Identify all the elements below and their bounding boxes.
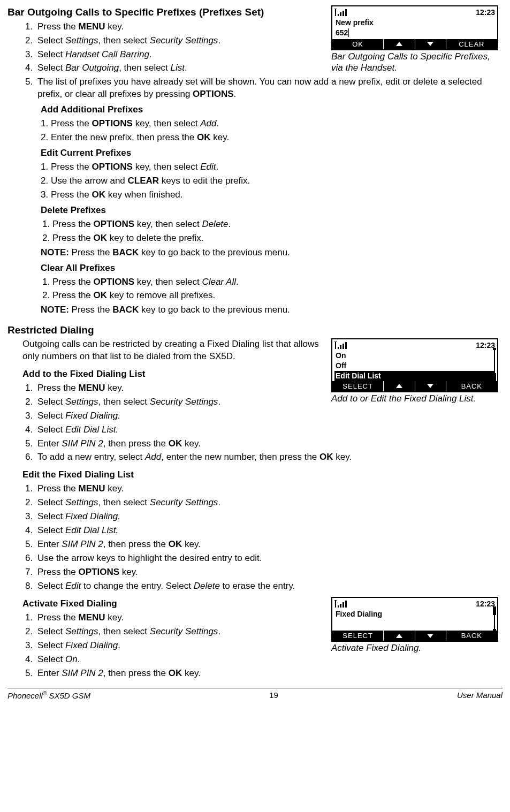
clear-prefixes-title: Clear All Prefixes (41, 262, 503, 275)
softkey-down[interactable] (415, 39, 446, 50)
clear-prefixes-1: Press the OPTIONS key, then select Clear… (52, 276, 503, 289)
signal-icon (334, 342, 349, 349)
edit-fixed-title: Edit the Fixed Dialing List (22, 469, 503, 481)
edit-prefixes-3: 3. Press the OK key when finished. (41, 189, 503, 201)
clock-text: 12:23 (476, 7, 495, 18)
screen1-line1: New prefix (334, 18, 495, 28)
delete-prefixes-1: Press the OPTIONS key, then select Delet… (52, 218, 503, 231)
softkey-back[interactable]: BACK (446, 381, 497, 392)
edit-fixed-5: Enter SIM PIN 2, then press the OK key. (35, 538, 503, 551)
softkey-clear[interactable]: CLEAR (446, 39, 497, 50)
clock-text: 12:23 (476, 340, 495, 351)
clear-prefixes-2: Press the OK key to remove all prefixes. (52, 290, 503, 302)
add-fixed-3: Select Fixed Dialing. (35, 410, 503, 422)
activate-fixed-4: Select On. (35, 654, 503, 666)
figure-2-block: 12:23 On Off Edit Dial List SELECT BACK … (331, 338, 503, 405)
edit-fixed-2: Select Settings, then select Security Se… (35, 497, 503, 509)
figure-1-block: 12:23 New prefix 652 OK CLEAR Bar Outgoi… (331, 5, 503, 73)
edit-prefixes-2: 2. Use the arrow and CLEAR keys to edit … (41, 175, 503, 187)
svg-rect-15 (345, 601, 347, 608)
softkey-select[interactable]: SELECT (332, 631, 384, 641)
add-fixed-4: Select Edit Dial List. (35, 424, 503, 436)
svg-rect-12 (338, 605, 339, 608)
add-prefixes-title: Add Additional Prefixes (41, 104, 503, 116)
screen1-line2: 652 (334, 28, 495, 38)
delete-prefixes-title: Delete Prefixes (41, 204, 503, 217)
restricted-intro: Outgoing calls can be restricted by crea… (22, 338, 338, 363)
edit-fixed-list: Press the MENU key. Select Settings, the… (22, 483, 503, 593)
svg-marker-5 (427, 42, 433, 46)
svg-rect-6 (338, 347, 339, 349)
footer-page-number: 19 (269, 690, 278, 701)
delete-prefixes-note: NOTE: Press the BACK key to go back to t… (41, 247, 503, 259)
handset-screen-3: 12:23 Fixed Dialing SELECT BACK (331, 597, 498, 642)
add-fixed-5: Enter SIM PIN 2, then press the OK key. (35, 438, 503, 450)
svg-rect-7 (340, 345, 341, 349)
softkey-up[interactable] (384, 381, 415, 392)
svg-rect-14 (342, 602, 344, 608)
delete-prefixes-2: Press the OK key to delete the prefix. (52, 232, 503, 245)
svg-marker-4 (396, 42, 402, 46)
screen2-row-off: Off (334, 361, 495, 371)
softkey-ok[interactable]: OK (332, 39, 384, 50)
edit-fixed-3: Select Fixed Dialing. (35, 511, 503, 523)
screen3-row-1: Fixed Dialing (334, 609, 495, 619)
section-2-title: Restricted Dialing (7, 323, 503, 337)
svg-rect-13 (340, 604, 341, 608)
footer-divider (7, 688, 503, 688)
edit-fixed-8: Select Edit to change the entry. Select … (35, 580, 503, 593)
footer-left: Phonecell® SX5D GSM (7, 690, 90, 701)
figure-1-caption: Bar Outgoing Calls to Specific Prefixes,… (331, 51, 503, 73)
svg-marker-16 (396, 634, 402, 638)
svg-rect-8 (342, 344, 344, 349)
step-5: The list of prefixes you have already se… (35, 76, 503, 101)
signal-icon (334, 600, 349, 608)
softkey-down[interactable] (415, 381, 446, 392)
add-fixed-6: To add a new entry, select Add, enter th… (35, 451, 503, 464)
svg-rect-1 (340, 12, 341, 16)
figure-3-block: 12:23 Fixed Dialing SELECT BACK Activate… (331, 597, 503, 654)
softkey-select[interactable]: SELECT (332, 381, 384, 392)
clear-prefixes-list: Press the OPTIONS key, then select Clear… (41, 276, 503, 302)
handset-screen-1: 12:23 New prefix 652 OK CLEAR (331, 5, 498, 50)
edit-fixed-1: Press the MENU key. (35, 483, 503, 495)
figure-2-caption: Add to or Edit the Fixed Dialing List. (331, 393, 503, 404)
softkey-down[interactable] (415, 631, 446, 641)
footer-right: User Manual (457, 690, 503, 701)
add-prefixes-2: 2. Enter the new prefix, then press the … (41, 132, 503, 144)
svg-marker-11 (427, 384, 433, 388)
screen2-row-edit-selected: Edit Dial List (334, 371, 495, 381)
svg-rect-0 (338, 14, 339, 16)
softkey-up[interactable] (384, 631, 415, 641)
activate-fixed-5: Enter SIM PIN 2, then press the OK key. (35, 667, 503, 680)
svg-marker-17 (427, 634, 433, 638)
svg-marker-10 (396, 384, 402, 388)
page-footer: Phonecell® SX5D GSM 19 User Manual (7, 690, 503, 701)
figure-3-caption: Activate Fixed Dialing. (331, 643, 503, 654)
svg-rect-3 (345, 9, 347, 16)
edit-prefixes-title: Edit Current Prefixes (41, 147, 503, 160)
edit-fixed-4: Select Edit Dial List. (35, 525, 503, 537)
softkey-up[interactable] (384, 39, 415, 50)
handset-screen-2: 12:23 On Off Edit Dial List SELECT BACK (331, 338, 498, 392)
add-prefixes-1: 1. Press the OPTIONS key, then select Ad… (41, 118, 503, 130)
svg-rect-2 (342, 11, 344, 16)
edit-fixed-7: Press the OPTIONS key. (35, 566, 503, 579)
delete-prefixes-list: Press the OPTIONS key, then select Delet… (41, 218, 503, 245)
edit-fixed-6: Use the arrow keys to highlight the desi… (35, 552, 503, 565)
screen2-row-on: On (334, 351, 495, 361)
softkey-back[interactable]: BACK (446, 631, 497, 641)
scrollbar (493, 606, 496, 631)
clock-text: 12:23 (476, 599, 495, 609)
edit-prefixes-1: 1. Press the OPTIONS key, then select Ed… (41, 161, 503, 173)
clear-prefixes-note: NOTE: Press the BACK key to go back to t… (41, 304, 503, 316)
signal-icon (334, 9, 349, 16)
scrollbar (493, 348, 496, 382)
svg-rect-9 (345, 342, 347, 349)
